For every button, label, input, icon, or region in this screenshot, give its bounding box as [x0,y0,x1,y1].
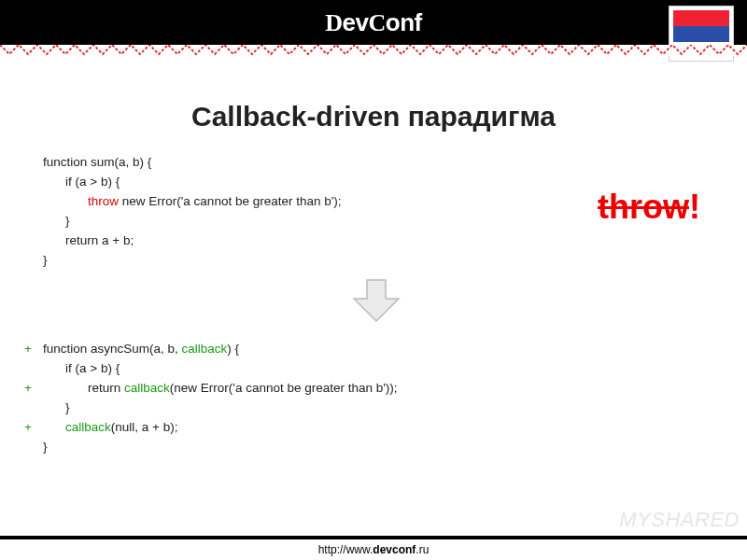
footer-suffix: .ru [416,543,429,556]
code1-l6: } [43,251,710,271]
code2-l6: } [43,438,710,457]
c2l1b: callback [182,342,228,356]
watermark: MYSHARED [619,508,740,532]
code1-l5: return a + b; [43,231,710,251]
flag-icon [673,10,729,42]
c2l1c: ) { [227,342,239,356]
plus-1: + [24,340,32,359]
code2-l2: if (a > b) { [43,359,710,379]
footer-prefix: http://www. [318,543,374,556]
arrow-down [43,278,710,331]
plus-2: + [24,379,32,399]
code2-l5: +callback(null, a + b); [43,418,710,438]
slide-title: Callback-driven парадигма [0,101,747,133]
brand-rest: ev [343,8,369,36]
arrow-down-icon [348,278,404,325]
c2l3b: callback [124,381,170,395]
code2-l3: +return callback(new Error('a cannot be … [43,379,710,399]
c2l5b: (null, a + b); [111,420,178,434]
footer: http://www.devconf.ru [0,536,747,560]
brand-d: D [325,9,342,36]
c2l3c: (new Error('a cannot be greater than b')… [170,381,398,395]
c2l1a: function asyncSum(a, b, [43,342,182,356]
slide-content: throw! function sum(a, b) { if (a > b) {… [0,153,747,457]
throw-kw: throw [88,194,119,208]
plus-3: + [24,418,32,438]
c2l5a: callback [65,420,111,434]
code2-l1: +function asyncSum(a, b, callback) { [43,340,710,359]
throw-excl: ! [689,181,700,233]
zigzag-divider [0,45,747,56]
c2l3a: return [88,381,124,395]
code1-l1: function sum(a, b) { [43,153,710,173]
flag-red [673,10,729,26]
throw-callout: throw! [598,181,700,233]
zigzag-icon [0,45,747,56]
header-bar: DevConf Akshell [0,0,747,45]
brand-logo: DevConf [325,8,421,37]
throw-text: throw [598,188,689,226]
code2-l4: } [43,399,710,418]
code-block-2: +function asyncSum(a, b, callback) { if … [43,340,710,457]
footer-bold: devconf [373,543,416,556]
code1-l3-rest: new Error('a cannot be greater than b'); [119,194,342,208]
flag-blue [673,26,729,42]
